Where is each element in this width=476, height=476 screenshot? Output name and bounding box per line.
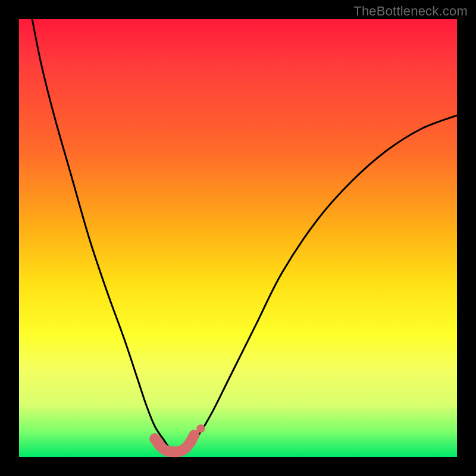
watermark-text: TheBottleneck.com bbox=[353, 4, 468, 19]
plot-area bbox=[19, 19, 457, 457]
highlight-band-path bbox=[155, 435, 194, 452]
bottleneck-curve bbox=[32, 19, 457, 452]
chart-frame: TheBottleneck.com bbox=[0, 0, 476, 476]
curve-svg bbox=[19, 19, 457, 457]
highlight-dot bbox=[196, 424, 205, 433]
